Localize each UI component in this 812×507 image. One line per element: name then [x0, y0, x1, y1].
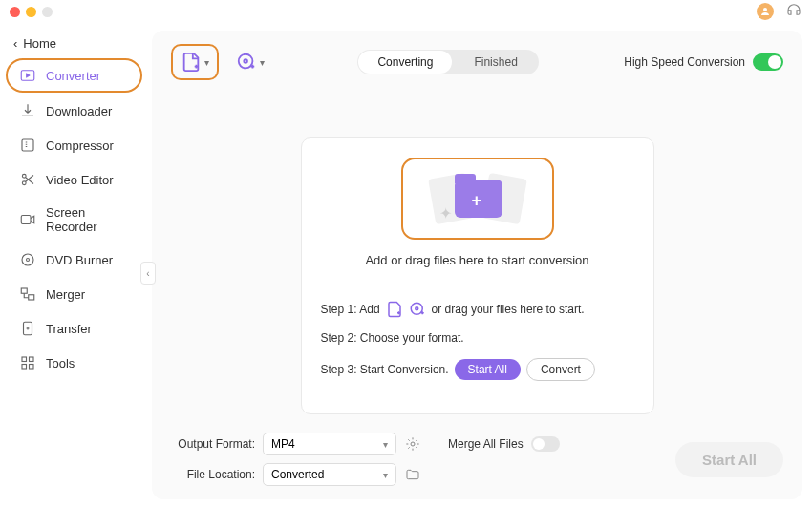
collapse-sidebar-button[interactable]: ‹ [140, 262, 156, 285]
merge-label: Merge All Files [448, 437, 524, 451]
svg-rect-5 [21, 216, 31, 224]
merge-toggle[interactable] [531, 436, 560, 452]
convert-mini-button[interactable]: Convert [526, 358, 595, 381]
svg-point-7 [27, 259, 30, 262]
svg-point-6 [22, 254, 33, 265]
maximize-window-dot[interactable] [42, 7, 53, 17]
sidebar-item-label: Compressor [46, 138, 114, 153]
recorder-icon [19, 211, 36, 228]
sidebar-item-screen-recorder[interactable]: Screen Recorder [6, 198, 142, 242]
svg-rect-14 [30, 365, 34, 370]
svg-point-17 [411, 303, 422, 314]
sidebar-item-label: Tools [46, 356, 75, 370]
step1-pre-text: Step 1: Add [321, 303, 380, 316]
sidebar-item-tools[interactable]: Tools [6, 347, 142, 379]
disc-plus-icon [236, 52, 257, 73]
chevron-down-icon: ▾ [383, 439, 388, 450]
svg-rect-13 [22, 365, 27, 370]
output-format-value: MP4 [271, 437, 295, 451]
drop-zone[interactable]: + ✦ [401, 158, 554, 240]
close-window-dot[interactable] [10, 7, 20, 17]
add-file-button[interactable]: ▾ [171, 44, 219, 80]
file-plus-icon[interactable] [386, 301, 403, 318]
sidebar-item-label: Converter [46, 69, 100, 83]
converter-icon [19, 67, 36, 84]
format-settings-icon[interactable] [404, 435, 421, 453]
output-format-label: Output Format: [171, 437, 255, 451]
sidebar-item-downloader[interactable]: Downloader [6, 95, 142, 127]
svg-point-4 [22, 181, 26, 185]
step-2: Step 2: Choose your format. [321, 331, 634, 345]
disc-icon [19, 251, 36, 268]
drop-zone-panel: + ✦ Add or drag files here to start conv… [301, 137, 654, 414]
svg-rect-8 [21, 288, 27, 293]
user-avatar-icon[interactable] [757, 3, 774, 20]
sidebar-item-converter[interactable]: Converter [6, 58, 142, 93]
file-location-label: File Location: [171, 468, 255, 481]
sidebar-item-label: Merger [46, 287, 85, 302]
step-3: Step 3: Start Conversion. Start All Conv… [321, 358, 634, 381]
svg-point-3 [22, 174, 26, 178]
sidebar-item-label: Downloader [46, 104, 112, 118]
svg-point-16 [244, 59, 247, 63]
file-plus-icon [181, 52, 202, 73]
sidebar-item-video-editor[interactable]: Video Editor [6, 163, 142, 196]
start-all-mini-button[interactable]: Start All [455, 359, 521, 380]
start-all-button[interactable]: Start All [675, 442, 783, 477]
sidebar-item-label: Screen Recorder [46, 205, 129, 234]
svg-rect-11 [22, 357, 27, 362]
chevron-down-icon: ▾ [204, 57, 209, 68]
sidebar-item-merger[interactable]: Merger [6, 278, 142, 310]
svg-point-0 [763, 8, 767, 11]
chevron-down-icon: ▾ [260, 57, 265, 68]
sidebar: ‹ Home Converter Downloader Compressor V… [0, 23, 148, 507]
add-disc-button[interactable]: ▾ [228, 46, 272, 78]
sidebar-item-dvd-burner[interactable]: DVD Burner [6, 243, 142, 276]
chevron-left-icon: ‹ [13, 36, 17, 51]
high-speed-toggle[interactable] [753, 53, 783, 71]
tab-converting[interactable]: Converting [358, 51, 452, 74]
status-tabs: Converting Finished [357, 50, 538, 74]
sidebar-item-label: Video Editor [46, 173, 114, 187]
compressor-icon [19, 137, 36, 154]
step-1: Step 1: Add or drag your files here to s… [321, 301, 634, 318]
tab-finished[interactable]: Finished [453, 50, 538, 74]
svg-point-15 [239, 54, 253, 69]
scissors-icon [19, 171, 36, 188]
svg-rect-12 [30, 357, 34, 362]
sidebar-item-compressor[interactable]: Compressor [6, 129, 142, 161]
window-controls[interactable] [10, 7, 53, 17]
chevron-down-icon: ▾ [383, 470, 388, 480]
step1-suf-text: or drag your files here to start. [432, 303, 585, 316]
open-folder-icon[interactable] [404, 466, 421, 483]
plus-icon: + [472, 191, 482, 211]
svg-rect-9 [29, 295, 34, 300]
merge-icon [19, 285, 36, 303]
support-icon[interactable] [785, 1, 802, 22]
high-speed-label: High Speed Conversion [624, 55, 745, 69]
grid-icon [19, 354, 36, 371]
home-label: Home [23, 36, 56, 51]
home-link[interactable]: ‹ Home [0, 31, 148, 56]
step3-pre-text: Step 3: Start Conversion. [321, 363, 449, 376]
sidebar-item-label: DVD Burner [46, 253, 113, 267]
output-format-select[interactable]: MP4 ▾ [263, 433, 396, 455]
sparkle-icon: ✦ [439, 204, 452, 222]
svg-rect-2 [22, 139, 33, 151]
file-location-value: Converted [271, 468, 324, 481]
content-area: ▾ ▾ Converting Finished High Speed Conve… [152, 31, 802, 499]
sidebar-item-label: Transfer [46, 322, 92, 336]
file-location-select[interactable]: Converted ▾ [263, 463, 396, 486]
minimize-window-dot[interactable] [26, 7, 36, 17]
sidebar-item-transfer[interactable]: Transfer [6, 312, 142, 345]
transfer-icon [19, 320, 36, 337]
svg-point-19 [411, 442, 415, 446]
drop-headline: Add or drag files here to start conversi… [321, 253, 634, 267]
download-icon [19, 102, 36, 119]
disc-plus-icon[interactable] [409, 301, 426, 318]
svg-point-18 [415, 307, 417, 310]
